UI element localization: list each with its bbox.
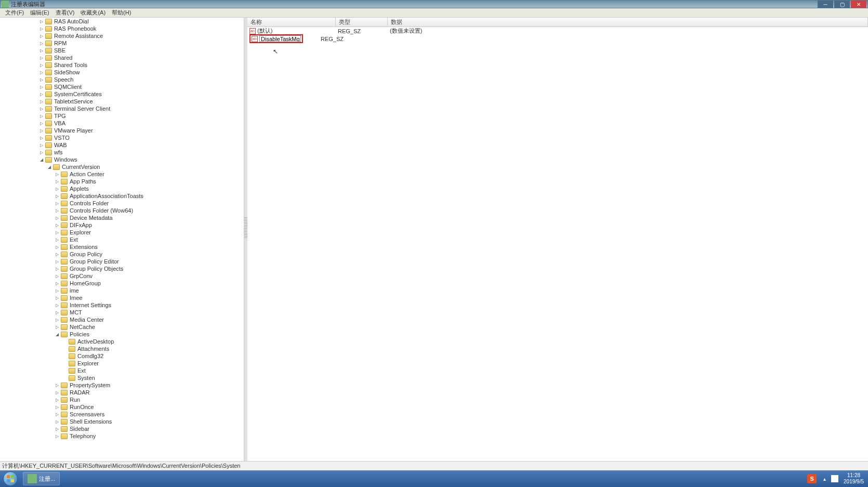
tree-item[interactable]: ▷Ext <box>0 236 244 243</box>
menu-edit[interactable]: 编辑(E) <box>27 8 52 18</box>
expander-closed-icon[interactable]: ▷ <box>55 266 60 271</box>
tree-item[interactable]: ▷RAS AutoDial <box>0 18 244 25</box>
expander-closed-icon[interactable]: ▷ <box>39 91 44 97</box>
tree-item[interactable]: Attachments <box>0 345 244 352</box>
expander-closed-icon[interactable]: ▷ <box>55 310 60 315</box>
tree-item[interactable]: ▷Group Policy Objects <box>0 265 244 272</box>
expander-closed-icon[interactable]: ▷ <box>39 55 44 60</box>
tree-item[interactable]: ▷Controls Folder (Wow64) <box>0 207 244 214</box>
tree-panel[interactable]: ▷RAS AutoDial▷RAS Phonebook▷Remote Assis… <box>0 18 244 461</box>
splitter[interactable] <box>244 18 247 461</box>
tree-item[interactable]: ▷RunOnce <box>0 403 244 411</box>
tree-item[interactable]: ▷Applets <box>0 185 244 192</box>
menu-view[interactable]: 查看(V) <box>52 8 78 18</box>
tree-item[interactable]: Explorer <box>0 360 244 367</box>
tree-item[interactable]: ▷Shell Extensions <box>0 418 244 425</box>
tree-item[interactable]: ▷RADAR <box>0 389 244 396</box>
tree-item[interactable]: ▷RAS Phonebook <box>0 25 244 32</box>
expander-closed-icon[interactable]: ▷ <box>55 252 60 257</box>
tree-item[interactable]: ▷Explorer <box>0 229 244 236</box>
expander-closed-icon[interactable]: ▷ <box>55 259 60 264</box>
menu-favorites[interactable]: 收藏夹(A) <box>77 8 109 18</box>
expander-closed-icon[interactable]: ▷ <box>55 201 60 206</box>
header-name[interactable]: 名称 <box>247 18 336 27</box>
list-panel[interactable]: 名称 类型 数据 ab (默认) REG_SZ (数值未设置) ab REG_S… <box>247 18 868 461</box>
expander-closed-icon[interactable]: ▷ <box>39 142 44 148</box>
tree-item[interactable]: ▷Action Center <box>0 170 244 178</box>
expander-closed-icon[interactable]: ▷ <box>55 412 60 417</box>
tree-item[interactable]: ▷Device Metadata <box>0 214 244 221</box>
tree-item[interactable]: ▷Screensavers <box>0 411 244 418</box>
tree-item[interactable]: ▷VBA <box>0 120 244 127</box>
tree-item[interactable]: ▷MCT <box>0 309 244 316</box>
tree-item[interactable]: ▷Group Policy <box>0 251 244 258</box>
tree-item[interactable]: ▷ApplicationAssociationToasts <box>0 192 244 200</box>
rename-input[interactable] <box>259 35 301 42</box>
tree-item[interactable]: ▷Telephony <box>0 432 244 440</box>
expander-closed-icon[interactable]: ▷ <box>39 33 44 38</box>
expander-closed-icon[interactable]: ▷ <box>39 150 44 155</box>
tree-item[interactable]: ▷wfs <box>0 149 244 156</box>
expander-closed-icon[interactable]: ▷ <box>39 62 44 68</box>
tree-item[interactable]: ActiveDesktop <box>0 338 244 345</box>
close-button[interactable]: ✕ <box>851 1 866 8</box>
start-button[interactable] <box>0 470 21 487</box>
expander-closed-icon[interactable]: ▷ <box>55 208 60 213</box>
expander-closed-icon[interactable]: ▷ <box>55 390 60 395</box>
expander-closed-icon[interactable]: ▷ <box>55 273 60 279</box>
expander-closed-icon[interactable]: ▷ <box>39 99 44 104</box>
tree-item[interactable]: ▷Remote Assistance <box>0 32 244 40</box>
tree-item[interactable]: ▷Shared <box>0 54 244 61</box>
expander-closed-icon[interactable]: ▷ <box>39 41 44 46</box>
taskbar-item-regedit[interactable]: 注册... <box>23 472 60 485</box>
tree-item[interactable]: ▷SystemCertificates <box>0 90 244 98</box>
tree-item[interactable]: ▷Group Policy Editor <box>0 258 244 265</box>
expander-closed-icon[interactable]: ▷ <box>55 397 60 402</box>
tree-item[interactable]: ▷Extensions <box>0 243 244 251</box>
tree-item[interactable]: ▷DIFxApp <box>0 221 244 229</box>
expander-closed-icon[interactable]: ▷ <box>39 48 44 53</box>
expander-closed-icon[interactable]: ▷ <box>55 222 60 228</box>
expander-closed-icon[interactable]: ▷ <box>55 324 60 330</box>
tree-item[interactable]: ◢CurrentVersion <box>0 163 244 170</box>
expander-closed-icon[interactable]: ▷ <box>55 244 60 249</box>
expander-closed-icon[interactable]: ▷ <box>55 426 60 431</box>
tree-item[interactable]: ▷Imee <box>0 294 244 301</box>
expander-closed-icon[interactable]: ▷ <box>55 288 60 293</box>
header-type[interactable]: 类型 <box>336 18 388 27</box>
tree-item[interactable]: ▷SideShow <box>0 69 244 76</box>
expander-closed-icon[interactable]: ▷ <box>55 433 60 439</box>
list-row-editing[interactable]: ab REG_SZ <box>247 35 868 43</box>
expander-closed-icon[interactable]: ▷ <box>39 135 44 140</box>
action-center-icon[interactable] <box>831 475 838 482</box>
tree-item[interactable]: Comdlg32 <box>0 352 244 360</box>
tree-item[interactable]: ▷Sidebar <box>0 425 244 432</box>
tray-expand-icon[interactable]: ▴ <box>821 475 828 482</box>
menu-file[interactable]: 文件(F) <box>2 8 27 18</box>
menu-help[interactable]: 帮助(H) <box>109 8 134 18</box>
expander-closed-icon[interactable]: ▷ <box>55 172 60 177</box>
tree-item[interactable]: ▷HomeGroup <box>0 280 244 287</box>
tree-item[interactable]: ▷Run <box>0 396 244 403</box>
tree-item[interactable]: ▷GrpConv <box>0 272 244 280</box>
expander-closed-icon[interactable]: ▷ <box>55 215 60 220</box>
expander-closed-icon[interactable]: ▷ <box>55 230 60 235</box>
expander-closed-icon[interactable]: ▷ <box>55 186 60 191</box>
tree-item[interactable]: ▷SBE <box>0 47 244 54</box>
expander-closed-icon[interactable]: ▷ <box>55 179 60 184</box>
expander-closed-icon[interactable]: ▷ <box>39 113 44 119</box>
expander-closed-icon[interactable]: ▷ <box>55 317 60 322</box>
expander-open-icon[interactable]: ◢ <box>55 332 60 337</box>
tree-item[interactable]: ▷ime <box>0 287 244 294</box>
expander-closed-icon[interactable]: ▷ <box>55 383 60 388</box>
tree-item[interactable]: ▷PropertySystem <box>0 381 244 389</box>
tree-item[interactable]: Systen <box>0 374 244 381</box>
expander-closed-icon[interactable]: ▷ <box>55 193 60 199</box>
tree-item[interactable]: ▷RPM <box>0 40 244 47</box>
expander-closed-icon[interactable]: ▷ <box>39 128 44 133</box>
expander-closed-icon[interactable]: ▷ <box>39 77 44 82</box>
expander-closed-icon[interactable]: ▷ <box>39 70 44 75</box>
expander-closed-icon[interactable]: ▷ <box>39 106 44 111</box>
expander-closed-icon[interactable]: ▷ <box>39 26 44 31</box>
minimize-button[interactable]: ─ <box>818 1 833 8</box>
